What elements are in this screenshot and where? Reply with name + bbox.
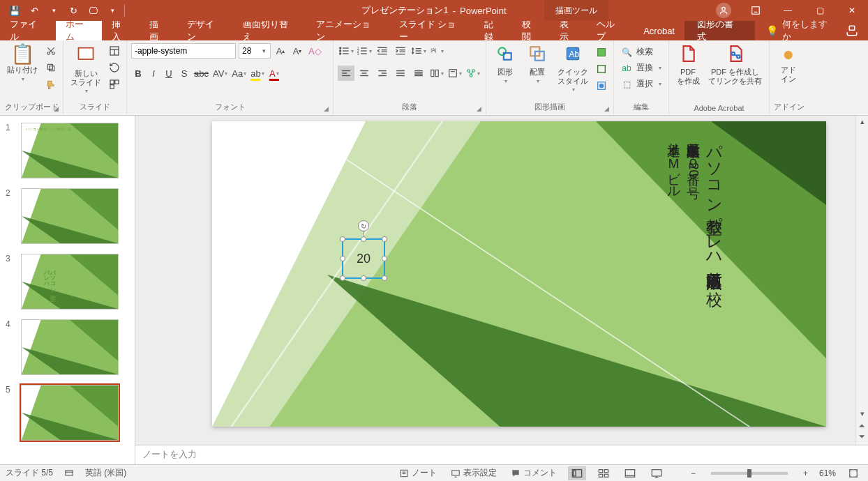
resize-handle-bl[interactable] — [340, 275, 345, 281]
tell-me-search[interactable]: 💡 何をしますか — [755, 21, 836, 40]
qat-slideshow-button[interactable]: 🖵 — [84, 1, 102, 20]
zoom-slider-knob[interactable] — [747, 469, 751, 478]
font-size-combo[interactable]: ▾ — [239, 43, 271, 59]
thumbnail-2[interactable] — [21, 188, 119, 244]
scroll-up-arrow[interactable]: ▴ — [860, 117, 865, 126]
replace-button[interactable]: ab置換▾ — [618, 61, 664, 75]
slide-counter[interactable]: スライド 5/5 — [6, 467, 53, 479]
select-button[interactable]: ⬚選択▾ — [618, 77, 664, 91]
qat-undo-button[interactable]: ↶ — [25, 1, 43, 20]
italic-button[interactable]: I — [147, 66, 160, 81]
strike-button[interactable]: abc — [193, 66, 210, 81]
justify-button[interactable] — [392, 66, 409, 81]
slide-subtitle-text-2[interactable]: 本通りＭビル — [666, 134, 682, 192]
tab-slideshow[interactable]: スライド ショー — [389, 21, 474, 40]
qat-customize[interactable]: ▾ — [103, 1, 121, 20]
zoom-in-button[interactable]: + — [800, 465, 811, 481]
increase-indent-button[interactable] — [392, 43, 409, 59]
qat-undo-more[interactable]: ▾ — [45, 1, 63, 20]
tab-file[interactable]: ファイル — [0, 21, 56, 40]
font-name-input[interactable] — [132, 44, 242, 58]
cut-button[interactable] — [43, 43, 59, 59]
font-size-input[interactable] — [239, 44, 259, 58]
shadow-button[interactable]: S — [177, 66, 191, 81]
increase-font-button[interactable]: A▴ — [274, 43, 287, 59]
accessibility-icon[interactable] — [61, 465, 77, 481]
resize-handle-tl[interactable] — [340, 236, 345, 242]
slide-title-text[interactable]: パソコン教室パレハ広島市中区本通り校 — [704, 134, 724, 279]
reading-view-button[interactable] — [621, 466, 639, 480]
selected-text[interactable]: 20 — [357, 252, 371, 266]
align-right-button[interactable] — [374, 66, 391, 81]
fit-to-window-button[interactable] — [844, 466, 862, 480]
slideshow-view-button[interactable] — [648, 466, 666, 480]
font-color-button[interactable]: A▾ — [267, 66, 281, 81]
highlight-button[interactable]: ab▾ — [249, 66, 265, 81]
scroll-down-arrow[interactable]: ▾ — [860, 409, 865, 418]
align-center-button[interactable] — [356, 66, 373, 81]
create-pdf-button[interactable]: PDF を作成 — [673, 43, 703, 86]
display-settings[interactable]: 表示設定 — [448, 465, 500, 481]
copy-button[interactable] — [43, 60, 59, 75]
notes-pane[interactable]: ノートを入力 — [135, 445, 868, 464]
notes-toggle[interactable]: ノート — [396, 465, 440, 481]
account-avatar[interactable] — [716, 3, 731, 18]
drawing-launcher[interactable]: ◢ — [604, 105, 609, 112]
section-button[interactable] — [107, 77, 122, 92]
tab-format[interactable]: 図形の書式 — [684, 21, 755, 40]
align-text-button[interactable]: ▾ — [447, 66, 463, 81]
tab-help[interactable]: ヘルプ — [587, 21, 634, 40]
thumbnail-5[interactable] — [21, 385, 119, 441]
qat-save-button[interactable]: 💾 — [6, 1, 24, 20]
find-button[interactable]: 🔍検索 — [618, 45, 664, 59]
resize-handle-bc[interactable] — [361, 275, 366, 281]
share-pdf-button[interactable]: PDF を作成し てリンクを共有 — [705, 43, 765, 86]
line-spacing-button[interactable]: ▾ — [410, 43, 427, 59]
rotate-handle[interactable]: ↻ — [358, 220, 369, 231]
clear-format-button[interactable]: A◇ — [307, 43, 323, 59]
thumbnail-4[interactable] — [21, 319, 119, 375]
font-size-drop[interactable]: ▾ — [259, 47, 269, 54]
resize-handle-br[interactable] — [382, 275, 387, 281]
tab-animations[interactable]: アニメーション — [306, 21, 389, 40]
shape-outline-button[interactable] — [594, 61, 609, 77]
tab-record[interactable]: 記録 — [474, 21, 512, 40]
ribbon-display-button[interactable] — [740, 0, 772, 21]
resize-handle-ml[interactable] — [340, 256, 345, 261]
tab-transitions[interactable]: 画面切り替え — [233, 21, 307, 40]
tab-review[interactable]: 校閲 — [512, 21, 550, 40]
zoom-slider[interactable] — [711, 472, 788, 475]
resize-handle-mr[interactable] — [382, 256, 387, 261]
quick-styles-button[interactable]: Ab クイック スタイル▾ — [555, 43, 591, 94]
language-indicator[interactable]: 英語 (米国) — [85, 467, 126, 479]
tab-acrobat[interactable]: Acrobat — [634, 21, 684, 40]
distributed-button[interactable] — [410, 66, 427, 81]
window-close-button[interactable]: ✕ — [836, 0, 868, 21]
change-case-button[interactable]: Aa▾ — [230, 66, 248, 81]
shape-effects-button[interactable] — [594, 78, 609, 93]
text-direction-button[interactable]: |A|▾ — [428, 43, 445, 59]
selected-text-box[interactable]: ↻ 20 — [342, 238, 385, 279]
arrange-button[interactable]: 配置▾ — [523, 43, 552, 86]
shapes-button[interactable]: 図形▾ — [491, 43, 520, 86]
shape-fill-button[interactable] — [594, 45, 609, 60]
normal-view-button[interactable] — [568, 466, 586, 480]
qat-redo-button[interactable]: ↻ — [64, 1, 82, 20]
prev-slide-button[interactable]: ⏶ — [858, 421, 866, 429]
comments-toggle[interactable]: コメント — [508, 465, 560, 481]
clipboard-launcher[interactable]: ◢ — [54, 105, 59, 112]
tab-home[interactable]: ホーム — [56, 21, 103, 40]
columns-button[interactable]: ▾ — [428, 66, 445, 81]
addin-button[interactable]: ● アド イン — [774, 43, 803, 84]
tab-view[interactable]: 表示 — [550, 21, 588, 40]
tab-draw[interactable]: 描画 — [140, 21, 177, 40]
format-painter-button[interactable] — [43, 77, 59, 92]
zoom-percent[interactable]: 61% — [819, 468, 836, 478]
paragraph-launcher[interactable]: ◢ — [477, 105, 481, 112]
resize-handle-tr[interactable] — [382, 236, 387, 242]
font-name-combo[interactable]: ▾ — [131, 43, 236, 59]
char-spacing-button[interactable]: AV▾ — [211, 66, 229, 81]
slide-thumbnail-pane[interactable]: 1 パソコン教室パレハ教室一覧 2 3 パソコン教室パレハ 4 — [0, 116, 135, 464]
slide-subtitle-text-1[interactable]: 広島県広島市中区本通り９番20号 — [685, 134, 702, 177]
underline-button[interactable]: U — [162, 66, 176, 81]
